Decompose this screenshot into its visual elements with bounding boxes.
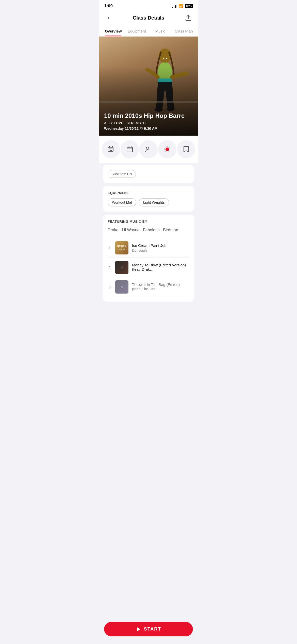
add-to-stack-icon [108, 146, 114, 153]
track-artwork: 🎵 [115, 261, 128, 274]
add-to-stack-button[interactable] [102, 140, 120, 158]
calendar-icon [126, 146, 133, 153]
track-info: Money To Blow (Edited Version) (feat. Dr… [132, 263, 189, 272]
equipment-tag-mat: Workout Mat [108, 198, 136, 206]
instructor-type: ALLY LOVE · STRENGTH [104, 121, 193, 125]
subtitles-card: Subtitles: EN [103, 165, 194, 183]
wifi-icon: 📶 [178, 4, 183, 8]
track-title: Ice Cream Paint Job [132, 243, 189, 248]
play-icon [136, 627, 141, 632]
equipment-card: EQUIPMENT Workout Mat Light Weights [103, 186, 194, 212]
hero-image: 10 min 2010s Hip Hop Barre ALLY LOVE · S… [99, 37, 198, 136]
class-date: Wednesday 11/30/22 @ 9:30 AM [104, 126, 193, 131]
tab-bar: Overview Equipment Music Class Plan [99, 26, 198, 37]
share-button[interactable] [184, 13, 193, 22]
artist-birdman[interactable]: Birdman [163, 228, 178, 232]
svg-point-15 [146, 147, 149, 150]
header: ‹ Class Details [99, 11, 198, 26]
status-time: 1:09 [104, 4, 113, 9]
status-icons: 📶 89% [172, 4, 193, 8]
svg-point-19 [166, 148, 169, 151]
track-info: Ice Cream Paint Job Dorrough [132, 243, 189, 252]
start-bar: START [99, 619, 198, 644]
equipment-label: EQUIPMENT [108, 191, 189, 195]
track-item[interactable]: 1 DORROUGH Ice Cream Paint Job Ice Cream… [108, 238, 189, 258]
tab-classplan[interactable]: Class Plan [172, 26, 196, 36]
hero-content: 10 min 2010s Hip Hop Barre ALLY LOVE · S… [104, 112, 193, 131]
equipment-tag-weights: Light Weights [139, 198, 169, 206]
action-row [99, 136, 198, 163]
track-title: Throw It In The Bag (Edited) (feat. The-… [132, 282, 189, 291]
bookmark-icon [183, 146, 189, 153]
tab-music[interactable]: Music [148, 26, 172, 36]
track-artwork: 🎵 [115, 280, 128, 294]
start-button[interactable]: START [104, 622, 193, 636]
subtitles-tag: Subtitles: EN [108, 170, 136, 178]
svg-rect-11 [127, 147, 133, 152]
track-artwork: DORROUGH Ice Cream Paint Job [115, 241, 128, 254]
track-title: Money To Blow (Edited Version) (feat. Dr… [132, 263, 189, 271]
artist-fabolous[interactable]: Fabolous [143, 228, 160, 232]
music-artists-list: Drake · Lil Wayne · Fabolous · Birdman [108, 227, 189, 233]
start-label: START [144, 626, 161, 632]
track-item[interactable]: 3 🎵 Throw It In The Bag (Edited) (feat. … [108, 277, 189, 297]
invite-friends-button[interactable] [139, 140, 158, 158]
tab-equipment[interactable]: Equipment [125, 26, 149, 36]
battery-indicator: 89% [185, 4, 193, 8]
music-section-label: FEATURING MUSIC BY [108, 220, 189, 223]
track-item[interactable]: 2 🎵 Money To Blow (Edited Version) (feat… [108, 258, 189, 277]
track-number: 2 [108, 265, 112, 270]
schedule-button[interactable] [121, 140, 139, 158]
music-card: FEATURING MUSIC BY Drake · Lil Wayne · F… [103, 215, 194, 302]
tab-overview[interactable]: Overview [102, 26, 125, 36]
share-icon [186, 15, 191, 21]
artist-drake[interactable]: Drake [108, 228, 119, 232]
back-chevron-icon: ‹ [108, 14, 109, 21]
class-type: STRENGTH [126, 121, 146, 125]
class-title: 10 min 2010s Hip Hop Barre [104, 112, 193, 120]
track-info: Throw It In The Bag (Edited) (feat. The-… [132, 282, 189, 292]
instructor-name: ALLY LOVE [104, 121, 123, 125]
track-number: 3 [108, 285, 112, 289]
signal-icon [172, 4, 177, 8]
status-bar: 1:09 📶 89% [99, 0, 198, 11]
equipment-tags: Workout Mat Light Weights [108, 198, 189, 206]
friends-icon [145, 146, 152, 153]
svg-marker-20 [137, 627, 140, 631]
track-number: 1 [108, 246, 112, 250]
track-artist: Dorrough [132, 248, 189, 252]
page-title: Class Details [133, 15, 164, 21]
record-button[interactable] [158, 140, 176, 158]
bookmark-button[interactable] [177, 140, 195, 158]
record-icon [164, 146, 171, 153]
back-button[interactable]: ‹ [104, 13, 113, 22]
artist-lil-wayne[interactable]: Lil Wayne [122, 228, 140, 232]
